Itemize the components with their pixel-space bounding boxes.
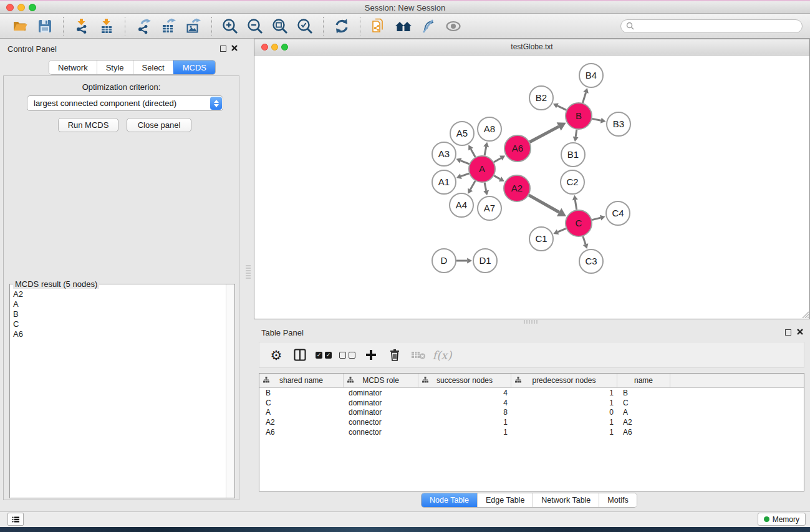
criterion-dropdown[interactable]: largest connected component (directed) xyxy=(27,95,223,111)
graph-edge[interactable] xyxy=(461,161,470,164)
export-image-icon[interactable] xyxy=(184,17,203,36)
graph-edge[interactable] xyxy=(583,236,586,244)
search-input[interactable] xyxy=(637,21,797,31)
table-tabs: Node Table Edge Table Network Table Moti… xyxy=(421,493,637,508)
graph-edge[interactable] xyxy=(582,93,586,103)
horizontal-split-handle[interactable] xyxy=(524,320,538,324)
close-panel-button[interactable]: Close panel xyxy=(127,118,191,132)
show-graphics-details-icon[interactable] xyxy=(444,17,463,36)
graph-node-label: B xyxy=(576,110,582,121)
status-bar: Memory xyxy=(0,511,810,527)
tab-edge-table[interactable]: Edge Table xyxy=(477,493,533,507)
run-mcds-button[interactable]: Run MCDS xyxy=(58,118,118,132)
refresh-view-icon[interactable] xyxy=(332,17,351,36)
new-network-from-selection-icon[interactable] xyxy=(369,17,388,36)
function-builder-icon[interactable]: f(x) xyxy=(432,346,453,364)
main-toolbar xyxy=(0,14,810,39)
column-header-predecessor-nodes[interactable]: predecessor nodes xyxy=(511,374,617,387)
select-all-rows-icon[interactable]: ✓✓ xyxy=(313,346,334,364)
float-table-panel-icon[interactable] xyxy=(785,329,791,336)
graph-edge[interactable] xyxy=(461,173,469,176)
table-row[interactable]: Bdominator41B xyxy=(259,388,804,398)
close-table-panel-icon[interactable] xyxy=(796,328,804,336)
graph-edge[interactable] xyxy=(485,147,486,155)
table-row[interactable]: Adominator80A xyxy=(259,407,804,417)
export-network-icon[interactable] xyxy=(134,17,153,36)
graph-edge[interactable] xyxy=(485,183,486,191)
show-all-networks-icon[interactable] xyxy=(394,17,413,36)
import-table-icon[interactable] xyxy=(97,17,116,36)
table-cell: A2 xyxy=(617,418,670,427)
delete-table-icon[interactable] xyxy=(408,346,429,364)
export-table-icon[interactable] xyxy=(159,17,178,36)
tab-network[interactable]: Network xyxy=(49,60,97,74)
show-column-icon[interactable] xyxy=(289,346,311,364)
graph-edge[interactable] xyxy=(470,181,475,190)
graph-edge[interactable] xyxy=(529,195,559,212)
zoom-selected-icon[interactable] xyxy=(296,17,314,36)
add-column-icon[interactable] xyxy=(360,346,382,364)
table-row[interactable]: A6connector11A6 xyxy=(259,427,804,437)
save-session-icon[interactable] xyxy=(36,17,54,36)
window-resize-grip[interactable] xyxy=(800,309,809,318)
table-options-icon[interactable]: ⚙ xyxy=(266,346,287,364)
close-panel-icon[interactable] xyxy=(231,44,238,52)
toolbar-separator xyxy=(360,17,360,36)
mcds-result-scrollbar[interactable] xyxy=(226,284,234,498)
tab-select[interactable]: Select xyxy=(133,60,173,74)
graph-edge[interactable] xyxy=(575,200,576,210)
table-panel-title: Table Panel xyxy=(261,328,304,337)
graph-edge[interactable] xyxy=(529,127,559,142)
table-row[interactable]: A2connector11A2 xyxy=(259,417,804,427)
tab-network-table[interactable]: Network Table xyxy=(533,493,599,507)
edge-arrowhead xyxy=(572,195,578,200)
tab-node-table[interactable]: Node Table xyxy=(422,493,477,507)
zoom-out-icon[interactable] xyxy=(246,17,264,36)
tab-motifs[interactable]: Motifs xyxy=(599,493,636,507)
task-history-icon[interactable] xyxy=(7,513,24,526)
mcds-result-list: A2ABCA6 xyxy=(10,289,226,498)
open-file-icon[interactable] xyxy=(11,17,29,36)
graph-node-label: B4 xyxy=(586,70,597,80)
zoom-fit-icon[interactable] xyxy=(271,17,289,36)
column-header-shared-name[interactable]: shared name xyxy=(259,374,344,387)
graph-edge[interactable] xyxy=(558,228,566,231)
table-cell: A xyxy=(259,408,344,417)
column-header-name[interactable]: name xyxy=(617,374,670,387)
hide-annotations-icon[interactable] xyxy=(419,17,438,36)
table-cell: connector xyxy=(344,418,418,427)
graph-node-label: A7 xyxy=(484,203,495,213)
graph-edge[interactable] xyxy=(576,130,577,137)
graph-edge[interactable] xyxy=(557,106,566,110)
mcds-result-item[interactable]: A xyxy=(13,299,226,309)
graph-edge[interactable] xyxy=(592,218,600,220)
vertical-split-handle[interactable] xyxy=(246,265,251,279)
mcds-result-item[interactable]: A2 xyxy=(13,289,226,299)
node-table-header: shared name MCDS role successor nodes pr… xyxy=(259,374,804,388)
memory-button[interactable]: Memory xyxy=(758,513,806,526)
table-row[interactable]: Cdominator41C xyxy=(259,398,804,408)
graph-edge[interactable] xyxy=(494,176,500,179)
tab-style[interactable]: Style xyxy=(97,60,133,74)
column-header-successor-nodes[interactable]: successor nodes xyxy=(418,374,511,387)
zoom-in-icon[interactable] xyxy=(221,17,239,36)
mcds-result-item[interactable]: B xyxy=(13,309,226,319)
graph-edge[interactable] xyxy=(592,118,601,120)
mcds-result-item[interactable]: A6 xyxy=(13,329,226,339)
column-header-mcds-role[interactable]: MCDS role xyxy=(344,374,418,387)
table-cell: 1 xyxy=(511,399,617,407)
delete-column-icon[interactable] xyxy=(384,346,405,364)
toolbar-separator xyxy=(211,17,212,36)
tab-mcds[interactable]: MCDS xyxy=(173,60,215,74)
float-panel-icon[interactable] xyxy=(220,46,226,52)
graph-edge[interactable] xyxy=(471,149,475,157)
criterion-dropdown-value: largest connected component (directed) xyxy=(27,99,210,108)
mcds-result-item[interactable]: C xyxy=(13,319,226,329)
import-network-icon[interactable] xyxy=(72,17,91,36)
table-cell: 1 xyxy=(511,418,617,427)
network-graph[interactable]: AA1A3A5A8A6A2A4A7BB1B2B3B4CC1C2C3C4DD1 xyxy=(254,56,809,319)
deselect-all-rows-icon[interactable] xyxy=(337,346,358,364)
search-icon xyxy=(626,22,634,30)
graph-node-label: C1 xyxy=(535,233,547,244)
graph-edge[interactable] xyxy=(494,158,501,162)
